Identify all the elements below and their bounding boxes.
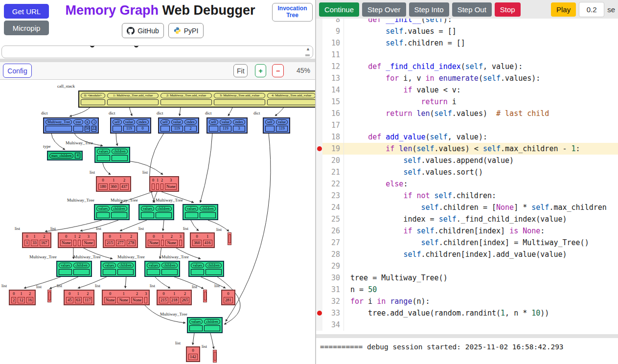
key-pill: children: [73, 263, 90, 268]
zoom-in-button[interactable]: +: [255, 64, 266, 77]
graph-node-d1: Multiway_Treetreen50i22: [43, 117, 99, 134]
key-pill: values: [59, 263, 72, 268]
graph-node-s2: [47, 290, 51, 302]
code-lines: 8 def __init__(self):9 self.values = []1…: [316, 19, 618, 331]
breakpoint-dot[interactable]: [317, 146, 322, 151]
value-cell: 119: [171, 126, 183, 132]
breakpoint-margin[interactable]: [316, 131, 322, 143]
list-index: 0: [104, 292, 116, 296]
code-text: for i, v in enumerate(self.values):: [344, 72, 618, 84]
fit-button[interactable]: Fit: [233, 64, 248, 77]
breakpoint-margin[interactable]: [316, 84, 322, 96]
breakpoint-margin[interactable]: [316, 61, 322, 72]
list-index: 2: [83, 292, 92, 296]
list-cell: [152, 183, 155, 190]
kv-column: children: [73, 263, 90, 275]
graph-node-ty: max_children4: [47, 151, 83, 160]
breakpoint-margin[interactable]: [316, 237, 322, 249]
key-pill: value: [171, 119, 183, 125]
breakpoint-margin[interactable]: [316, 284, 322, 296]
kv-column: n50: [85, 119, 91, 132]
breakpoint-margin[interactable]: [316, 296, 322, 307]
code-editor[interactable]: 8 def __init__(self):9 self.values = []1…: [316, 19, 618, 334]
graph-node-label: type: [43, 144, 51, 149]
list-index: 1: [116, 234, 125, 239]
value-cell: [161, 269, 178, 275]
zoom-level: 45%: [297, 67, 310, 74]
value-cell: 119: [220, 126, 231, 132]
list-cell: 278: [127, 240, 136, 246]
list-index: 2: [40, 234, 49, 239]
breakpoint-margin[interactable]: [316, 260, 322, 272]
scroll-up-arrow[interactable]: ▲: [306, 46, 310, 51]
step-into-button[interactable]: Step Into: [409, 2, 449, 17]
kv-column: children: [200, 206, 216, 218]
debug-log: ========== debug session started: 2025-1…: [316, 338, 618, 364]
key-pill: self: [265, 119, 275, 125]
kv-column: values: [141, 206, 154, 218]
graph-node-label: list: [96, 226, 101, 231]
breakpoint-margin[interactable]: [316, 190, 322, 202]
stop-button[interactable]: Stop: [495, 2, 521, 17]
list-index: 0: [105, 234, 114, 239]
frame-label: 2: Multiway_Tree.add_value: [160, 93, 212, 98]
step-over-button[interactable]: Step Over: [362, 2, 406, 17]
pypi-link-button[interactable]: PyPI: [168, 23, 204, 38]
list-column: 3: [144, 292, 147, 303]
breakpoint-margin[interactable]: [316, 96, 322, 108]
list-cell: 33: [31, 240, 38, 246]
list-index: 1: [18, 292, 25, 296]
kv-column: values: [103, 263, 116, 275]
continue-button[interactable]: Continue: [319, 2, 359, 17]
graph-node-label: list: [202, 344, 207, 349]
kv-column: index2: [184, 119, 197, 132]
breakpoint-margin[interactable]: [316, 49, 322, 61]
python-icon: [174, 27, 181, 34]
breakpoint-margin[interactable]: [316, 249, 322, 260]
graph-node-lE: 03601416: [190, 232, 215, 248]
code-text: n = 50: [344, 284, 618, 296]
key-pill: value: [123, 119, 135, 125]
breakpoint-margin[interactable]: [316, 272, 322, 284]
memory-graph-canvas[interactable]: call_stack0: <module>1: Multiway_Tree.ad…: [0, 80, 316, 364]
stack-frame: 0: <module>: [81, 93, 105, 105]
step-out-button[interactable]: Step Out: [452, 2, 492, 17]
breakpoint-margin[interactable]: [316, 178, 322, 190]
breakpoint-margin[interactable]: [316, 307, 322, 319]
list-index: 0: [188, 348, 198, 353]
graph-node-s3: [203, 290, 207, 302]
stack-frame: 3: Multiway_Tree.add_value: [214, 93, 265, 105]
line-number: 24: [322, 202, 344, 213]
breakpoint-margin[interactable]: [316, 155, 322, 166]
key-pill: values: [96, 206, 110, 211]
breakpoint-margin[interactable]: [316, 202, 322, 213]
description-panel-clipped[interactable]: ▲: [1, 46, 313, 58]
breakpoint-margin[interactable]: [316, 72, 322, 84]
speed-input[interactable]: [579, 2, 604, 17]
breakpoint-dot[interactable]: [317, 311, 322, 316]
breakpoint-margin[interactable]: [316, 213, 322, 225]
line-number: 20: [322, 155, 344, 166]
zoom-out-button[interactable]: −: [272, 64, 284, 77]
list-index: 0: [192, 234, 202, 239]
play-button[interactable]: Play: [551, 2, 576, 17]
github-link-button[interactable]: GitHub: [122, 23, 164, 38]
line-number: 33: [322, 307, 344, 319]
list-column: 2: [160, 178, 163, 190]
scrollbar-thumb[interactable]: [305, 54, 310, 56]
graph-node-t5: valueschildren: [56, 261, 92, 277]
breakpoint-margin[interactable]: [316, 19, 322, 25]
breakpoint-margin[interactable]: [316, 225, 322, 237]
breakpoint-margin[interactable]: [316, 319, 322, 331]
config-button[interactable]: Config: [3, 64, 32, 78]
micropip-button[interactable]: Micropip: [4, 21, 49, 35]
breakpoint-margin[interactable]: [316, 119, 322, 131]
breakpoint-margin[interactable]: [316, 37, 322, 49]
key-pill: children: [206, 263, 222, 268]
breakpoint-margin[interactable]: [316, 25, 322, 37]
breakpoint-margin[interactable]: [316, 166, 322, 178]
invocation-tree-button[interactable]: Invocation Tree: [272, 3, 313, 22]
breakpoint-margin[interactable]: [316, 108, 322, 119]
breakpoint-margin[interactable]: [316, 143, 322, 155]
get-url-button[interactable]: Get URL: [4, 4, 49, 19]
